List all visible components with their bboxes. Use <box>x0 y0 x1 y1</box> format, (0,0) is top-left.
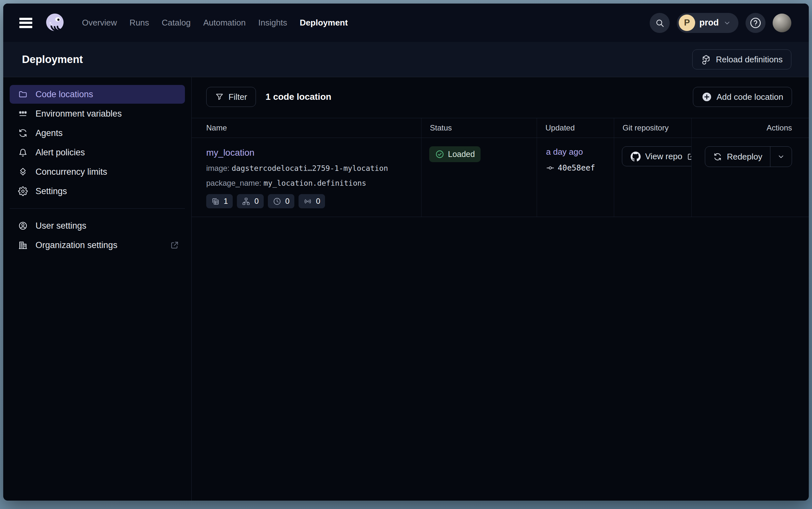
sidebar-item-agents[interactable]: Agents <box>10 124 185 142</box>
asset-graph-badge: 0 <box>237 194 263 208</box>
main-area: Code locations Environment variables <box>3 77 809 501</box>
cell-actions: Redeploy <box>691 138 809 217</box>
table-row: my_location image: dagstercodelocati…275… <box>192 138 809 217</box>
cell-updated: a day ago 40e58eef <box>537 138 614 217</box>
commit-hash: 40e58eef <box>558 163 595 172</box>
sidebar-item-user-settings[interactable]: User settings <box>10 216 185 235</box>
updated-link[interactable]: a day ago <box>546 147 583 157</box>
sidebar-item-label: User settings <box>36 221 179 231</box>
view-repo-label: View repo <box>645 151 682 162</box>
column-header-name: Name <box>192 118 421 138</box>
sensors-badge: 0 <box>299 194 325 208</box>
column-header-updated: Updated <box>537 118 614 138</box>
desktop-background: Overview Runs Catalog Automation Insight… <box>0 0 812 509</box>
sync-icon <box>18 128 28 138</box>
sidebar-item-label: Environment variables <box>36 109 179 119</box>
chevron-down-icon <box>723 19 731 27</box>
jobs-count: 1 <box>224 197 228 206</box>
redeploy-split-button: Redeploy <box>705 146 792 167</box>
reload-cube-icon <box>701 54 711 65</box>
toolbar: Filter 1 code location Add code location <box>206 87 792 107</box>
add-code-location-button[interactable]: Add code location <box>693 87 792 107</box>
cell-name: my_location image: dagstercodelocati…275… <box>192 138 421 217</box>
primary-nav: Overview Runs Catalog Automation Insight… <box>82 18 348 28</box>
plus-circle-icon <box>702 92 712 102</box>
bell-icon <box>18 147 28 157</box>
filter-label: Filter <box>228 92 247 102</box>
chevron-down-icon <box>777 152 785 161</box>
column-header-actions: Actions <box>691 118 809 138</box>
view-repo-button[interactable]: View repo <box>622 146 691 166</box>
package-meta: package_name: my_location.definitions <box>206 179 411 188</box>
redeploy-icon <box>713 152 722 162</box>
sidebar-item-label: Code locations <box>36 90 179 99</box>
search-icon <box>655 18 665 28</box>
deployment-avatar: P <box>679 14 695 31</box>
reload-definitions-label: Reload definitions <box>716 55 783 65</box>
nav-item-deployment[interactable]: Deployment <box>300 18 348 28</box>
jobs-icon <box>211 197 220 206</box>
filter-button[interactable]: Filter <box>206 87 256 107</box>
external-link-icon <box>170 241 179 250</box>
sidebar-item-organization-settings[interactable]: Organization settings <box>10 236 185 254</box>
redeploy-label: Redeploy <box>727 152 762 162</box>
sidebar-item-concurrency-limits[interactable]: Concurrency limits <box>10 163 185 181</box>
column-header-git-repository: Git repository <box>614 118 691 138</box>
package-label: package_name: <box>206 179 261 187</box>
building-icon <box>18 240 28 250</box>
redeploy-button[interactable]: Redeploy <box>705 147 770 167</box>
add-code-location-label: Add code location <box>716 92 783 102</box>
image-label: image: <box>206 164 229 172</box>
schedules-count: 0 <box>285 197 290 206</box>
sidebar-item-label: Concurrency limits <box>36 167 179 177</box>
menu-icon[interactable] <box>20 18 32 28</box>
sidebar-item-environment-variables[interactable]: Environment variables <box>10 104 185 123</box>
nav-item-automation[interactable]: Automation <box>203 18 246 28</box>
sidebar-item-label: Agents <box>36 128 179 138</box>
image-meta: image: dagstercodelocati…2759-1-mylocati… <box>206 164 411 173</box>
sidebar-item-settings[interactable]: Settings <box>10 182 185 201</box>
user-circle-icon <box>18 221 28 231</box>
nav-right-controls: P prod <box>650 13 791 33</box>
image-value: dagstercodelocati…2759-1-mylocation <box>232 164 388 172</box>
app-window: Overview Runs Catalog Automation Insight… <box>3 4 809 501</box>
code-location-count: 1 code location <box>266 92 331 102</box>
sidebar-item-label: Organization settings <box>36 240 162 250</box>
sidebar-divider <box>10 208 185 209</box>
column-header-status: Status <box>421 118 537 138</box>
commit-icon <box>546 164 554 172</box>
nav-item-insights[interactable]: Insights <box>258 18 287 28</box>
help-button[interactable] <box>745 13 766 33</box>
reload-definitions-button[interactable]: Reload definitions <box>692 49 791 69</box>
cell-status: Loaded <box>421 138 537 217</box>
schedules-icon <box>273 197 282 206</box>
deployment-sidebar: Code locations Environment variables <box>3 77 192 501</box>
jobs-badge: 1 <box>206 194 233 208</box>
asset-graph-icon <box>242 197 251 206</box>
user-avatar[interactable] <box>773 13 791 32</box>
sidebar-item-alert-policies[interactable]: Alert policies <box>10 143 185 162</box>
gear-icon <box>18 186 28 196</box>
cell-git-repository: View repo <box>614 138 691 217</box>
deployment-switcher[interactable]: P prod <box>677 13 738 33</box>
asset-graph-count: 0 <box>254 197 259 206</box>
github-icon <box>631 151 641 162</box>
help-icon <box>749 17 762 29</box>
code-location-link[interactable]: my_location <box>206 147 254 158</box>
dagster-logo-icon[interactable] <box>44 12 66 34</box>
nav-item-runs[interactable]: Runs <box>130 18 149 28</box>
redeploy-menu-button[interactable] <box>770 147 792 167</box>
nav-item-catalog[interactable]: Catalog <box>162 18 191 28</box>
check-circle-icon <box>435 149 444 159</box>
sidebar-item-label: Alert policies <box>36 147 179 158</box>
sensors-count: 0 <box>316 197 320 206</box>
nav-item-overview[interactable]: Overview <box>82 18 117 28</box>
code-locations-table: Name Status Updated Git repository Actio… <box>192 118 809 217</box>
page-header: Deployment Reload definitions <box>3 42 809 77</box>
status-badge: Loaded <box>429 146 481 162</box>
sidebar-item-code-locations[interactable]: Code locations <box>10 85 185 104</box>
top-nav-bar: Overview Runs Catalog Automation Insight… <box>3 4 809 42</box>
package-value: my_location.definitions <box>263 179 366 187</box>
sidebar-item-label: Settings <box>36 186 179 196</box>
search-button[interactable] <box>650 13 670 33</box>
